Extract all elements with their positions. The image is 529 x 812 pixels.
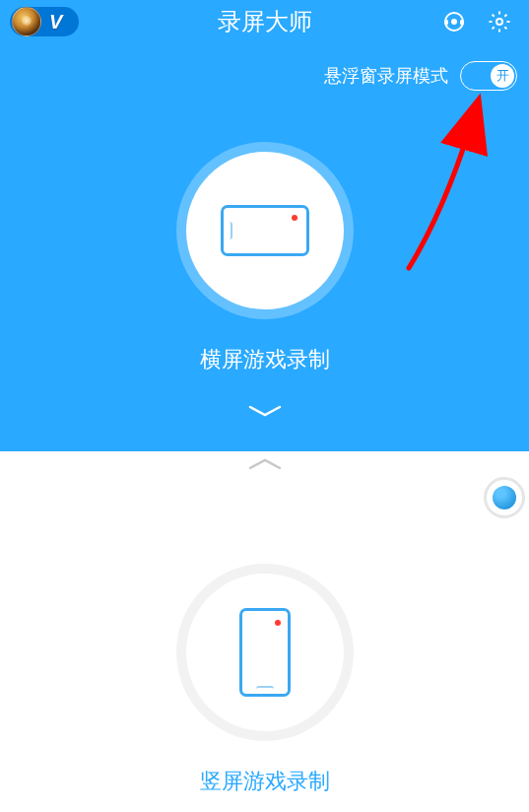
portrait-record-button[interactable]	[186, 574, 344, 731]
portrait-mode-label: 竖屏游戏录制	[200, 767, 330, 796]
svg-rect-2	[444, 20, 448, 25]
svg-point-1	[451, 19, 457, 25]
svg-point-4	[496, 19, 502, 25]
app-title: 录屏大师	[218, 6, 312, 37]
top-panel: V 录屏大师 悬浮窗录屏模式 开	[0, 0, 529, 451]
bottom-panel: 竖屏游戏录制	[0, 457, 529, 812]
header: V 录屏大师	[0, 0, 529, 43]
landscape-mode-label: 横屏游戏录制	[200, 345, 330, 374]
float-mode-label: 悬浮窗录屏模式	[324, 64, 448, 88]
vip-icon: V	[41, 11, 77, 34]
chevron-up-icon[interactable]	[247, 457, 283, 475]
record-dot-icon	[292, 215, 298, 221]
floating-record-bubble[interactable]	[484, 477, 525, 518]
support-icon[interactable]	[442, 10, 466, 34]
user-avatar	[12, 7, 41, 36]
phone-portrait-icon	[239, 608, 291, 697]
landscape-record-button[interactable]	[186, 152, 344, 309]
svg-rect-3	[460, 20, 464, 25]
float-mode-row: 悬浮窗录屏模式 开	[0, 43, 529, 91]
settings-icon[interactable]	[488, 10, 511, 34]
float-mode-toggle[interactable]: 开	[460, 61, 517, 91]
phone-landscape-icon	[221, 205, 309, 256]
chevron-down-icon[interactable]	[247, 404, 283, 422]
record-dot-icon	[275, 620, 281, 626]
record-bubble-icon	[493, 486, 516, 509]
toggle-knob: 开	[491, 64, 514, 88]
avatar-vip-badge[interactable]: V	[10, 7, 79, 36]
